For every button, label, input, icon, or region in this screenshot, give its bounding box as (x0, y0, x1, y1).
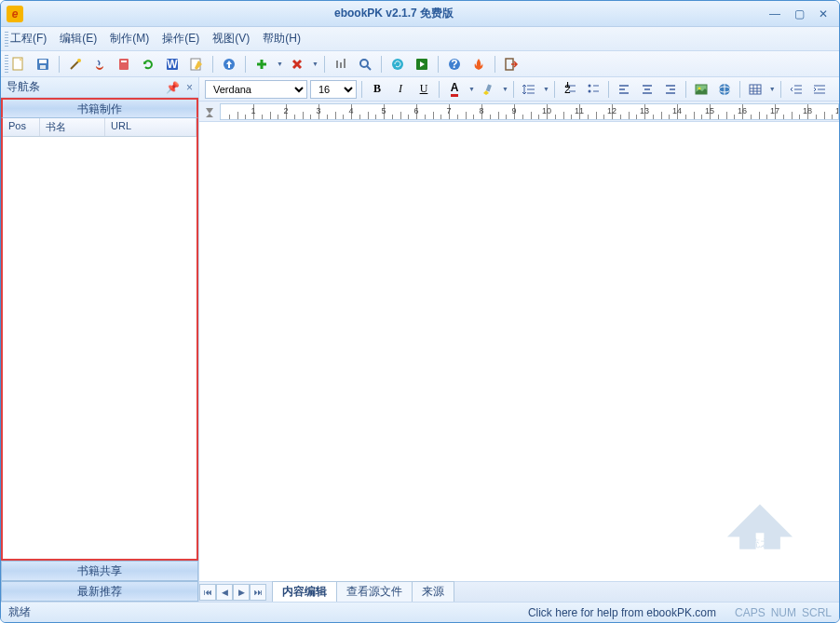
svg-point-35 (588, 89, 590, 92)
status-help-link[interactable]: Click here for help from ebookPK.com (195, 606, 735, 619)
sidebar-close-icon[interactable]: × (186, 81, 193, 94)
tab-nav-prev[interactable]: ◀ (216, 584, 233, 601)
minimize-button[interactable]: — (765, 7, 785, 21)
wand-icon[interactable] (65, 54, 86, 74)
app-window: e ebookPK v2.1.7 免费版 — ▢ ✕ 工程(F) 编辑(E) 制… (0, 0, 840, 623)
book-icon[interactable] (114, 54, 134, 74)
svg-rect-6 (119, 59, 129, 70)
close-button[interactable]: ✕ (813, 7, 833, 21)
ruler-indent-marker[interactable] (199, 105, 220, 118)
document-canvas[interactable]: 系统之家 (199, 122, 839, 581)
maximize-button[interactable]: ▢ (789, 7, 809, 21)
font-color-button[interactable]: A (444, 80, 465, 99)
highlight-button[interactable] (478, 80, 498, 99)
svg-rect-26 (486, 84, 492, 91)
column-headers: Pos 书名 URL (3, 118, 196, 137)
spacing-dropdown-icon[interactable]: ▼ (543, 86, 549, 92)
align-center-button[interactable] (637, 80, 657, 99)
underline-button[interactable]: U (413, 80, 434, 99)
font-color-dropdown-icon[interactable]: ▼ (468, 86, 475, 92)
outdent-button[interactable] (786, 80, 806, 99)
svg-rect-3 (40, 65, 46, 69)
delete-dropdown-icon[interactable]: ▼ (312, 61, 318, 67)
image-button[interactable] (691, 80, 711, 99)
numbered-list-button[interactable]: 12 (560, 80, 580, 99)
align-left-button[interactable] (614, 80, 634, 99)
title-bar: e ebookPK v2.1.7 免费版 — ▢ ✕ (1, 1, 839, 27)
tab-view-source[interactable]: 查看源文件 (336, 581, 413, 603)
up-icon[interactable] (219, 54, 239, 74)
tab-content-edit[interactable]: 内容编辑 (272, 581, 337, 603)
svg-rect-2 (39, 60, 47, 63)
svg-point-34 (588, 84, 590, 87)
table-button[interactable] (745, 80, 765, 99)
col-name[interactable]: 书名 (40, 118, 105, 136)
link-button[interactable] (714, 80, 735, 99)
play-icon[interactable] (412, 54, 432, 74)
exit-icon[interactable] (501, 54, 522, 74)
editor-tabs: ⏮ ◀ ▶ ⏭ 内容编辑 查看源文件 来源 (199, 581, 839, 602)
fire-icon[interactable] (468, 54, 489, 74)
status-scrl: SCRL (802, 606, 832, 619)
save-icon[interactable] (33, 54, 53, 74)
edit-icon[interactable] (186, 54, 207, 74)
svg-text:2: 2 (564, 83, 571, 96)
status-caps: CAPS (735, 606, 765, 619)
svg-text:W: W (167, 58, 178, 71)
add-dropdown-icon[interactable]: ▼ (277, 61, 283, 67)
italic-button[interactable]: I (390, 80, 411, 99)
bold-button[interactable]: B (367, 80, 387, 99)
word-icon[interactable]: W (162, 54, 183, 74)
col-url[interactable]: URL (105, 118, 196, 136)
tab-nav-first[interactable]: ⏮ (199, 584, 216, 601)
main-toolbar: W ▼ ▼ ? (1, 51, 839, 77)
align-right-button[interactable] (660, 80, 681, 99)
col-pos[interactable]: Pos (3, 118, 40, 136)
menu-operate[interactable]: 操作(E) (162, 31, 199, 47)
app-icon: e (7, 6, 23, 22)
window-title: ebookPK v2.1.7 免费版 (23, 6, 765, 21)
menu-help[interactable]: 帮助(H) (263, 31, 301, 47)
tab-nav-last[interactable]: ⏭ (250, 584, 266, 601)
font-select[interactable]: Verdana (205, 80, 307, 99)
accordion-book-make[interactable]: 书籍制作 (1, 98, 198, 118)
accordion-book-share[interactable]: 书籍共享 (1, 561, 198, 581)
line-spacing-button[interactable] (519, 80, 539, 99)
menu-edit[interactable]: 编辑(E) (60, 31, 97, 47)
accordion-recommend[interactable]: 最新推荐 (1, 581, 198, 602)
editor-area: Verdana 16 B I U A ▼ ▼ ▼ 12 (199, 77, 839, 602)
svg-rect-52 (750, 85, 761, 94)
status-bar: 就绪 Click here for help from ebookPK.com … (1, 602, 839, 622)
ruler-row: 12345678910111213141516171819 (199, 102, 839, 122)
highlight-dropdown-icon[interactable]: ▼ (502, 86, 508, 92)
size-select[interactable]: 16 (310, 80, 357, 99)
svg-line-20 (367, 66, 371, 70)
tab-nav-next[interactable]: ▶ (233, 584, 250, 601)
menu-project[interactable]: 工程(F) (10, 31, 47, 47)
horizontal-ruler[interactable]: 12345678910111213141516171819 (220, 103, 839, 120)
java-icon[interactable] (89, 54, 110, 74)
sync-icon[interactable] (387, 54, 408, 74)
menu-make[interactable]: 制作(M) (110, 31, 149, 47)
delete-icon[interactable] (287, 54, 307, 74)
svg-line-4 (71, 61, 78, 69)
svg-text:?: ? (451, 58, 457, 71)
new-icon[interactable] (8, 54, 29, 74)
tab-origin[interactable]: 来源 (412, 581, 454, 603)
status-ready: 就绪 (8, 604, 195, 620)
svg-rect-7 (121, 61, 127, 62)
table-dropdown-icon[interactable]: ▼ (769, 86, 776, 92)
help-icon[interactable]: ? (444, 54, 465, 74)
menu-view[interactable]: 视图(V) (212, 31, 250, 47)
pin-icon[interactable]: 📌 (166, 81, 180, 94)
sidebar: 导航条 📌 × 书籍制作 Pos 书名 URL 书籍共享 最新推荐 (1, 77, 199, 602)
format-toolbar: Verdana 16 B I U A ▼ ▼ ▼ 12 (199, 77, 839, 102)
refresh-icon[interactable] (138, 54, 158, 74)
bullet-list-button[interactable] (583, 80, 603, 99)
search-icon[interactable] (355, 54, 375, 74)
svg-point-21 (392, 59, 403, 70)
indent-button[interactable] (809, 80, 830, 99)
add-icon[interactable] (251, 54, 272, 74)
svg-text:系统之家: 系统之家 (739, 537, 780, 549)
sort-icon[interactable] (331, 54, 351, 74)
